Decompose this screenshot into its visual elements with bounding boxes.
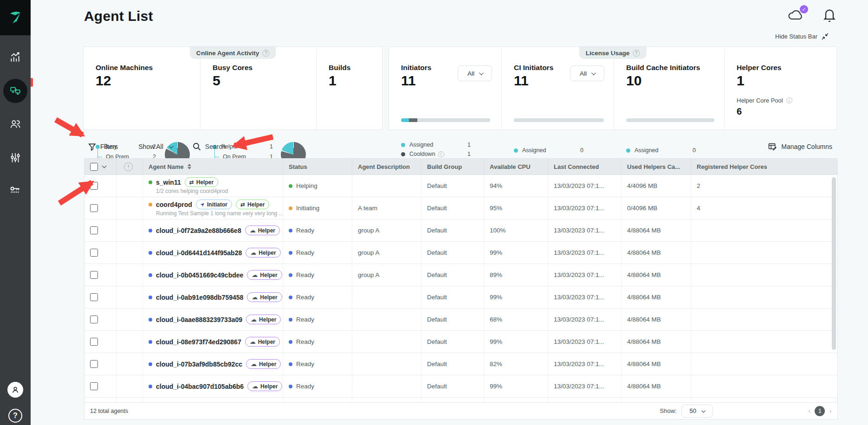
- helper-core-pool-value: 6: [737, 106, 742, 117]
- agent-badge-cloud_helper: ☁Helper: [245, 225, 280, 235]
- cloud-status-button[interactable]: ✓: [787, 7, 805, 24]
- show-all-dropdown[interactable]: Show All: [138, 143, 172, 150]
- online-machines-section: Online Machines 12 Busy2 On Prem2 Cloudi…: [84, 47, 201, 129]
- row-checkbox[interactable]: [90, 182, 98, 190]
- select-all-checkbox[interactable]: [90, 163, 98, 171]
- table-row-coord4prod[interactable]: coord4prod➤Initiator⇄HelperRunning Test …: [84, 197, 837, 219]
- agent-name[interactable]: cloud_i-0aae8883239733a09: [156, 316, 242, 323]
- sidebar-item-users[interactable]: [0, 111, 31, 137]
- bar-segment-dark: [409, 118, 417, 122]
- header-agent-name[interactable]: Agent Name: [143, 159, 283, 174]
- agent-status-dot: [149, 362, 152, 366]
- hide-status-bar-label: Hide Status Bar: [775, 33, 817, 40]
- table-row-cloud_i-08e973f74ed290867[interactable]: cloud_i-08e973f74ed290867☁HelperReadyDef…: [84, 331, 837, 353]
- sidebar-item-license[interactable]: [0, 177, 31, 203]
- table-row-cloud_i-0ab91e098db759458[interactable]: cloud_i-0ab91e098db759458☁HelperReadyDef…: [84, 286, 837, 309]
- section-title: Online Machines: [96, 64, 153, 72]
- row-checkbox[interactable]: [90, 271, 98, 279]
- cell-available-cpu: 68%: [484, 309, 548, 330]
- initiators-filter-dropdown[interactable]: All: [458, 65, 492, 81]
- row-checkbox[interactable]: [90, 316, 98, 323]
- cell-agent-name: coord4prod➤Initiator⇄HelperRunning Test …: [143, 197, 283, 219]
- cloud_helper-icon: ☁: [251, 316, 257, 322]
- agent-name[interactable]: cloud_i-08e973f74ed290867: [156, 338, 241, 346]
- busy-cores-section: Busy Cores 5 Helper1 On Prem1 Cloudi0 In…: [201, 47, 317, 129]
- cell-alert: [117, 242, 143, 264]
- page-size-dropdown[interactable]: 50: [681, 405, 713, 418]
- cell-checkbox: [84, 264, 117, 286]
- sidebar-item-profile[interactable]: [0, 377, 31, 403]
- header-agent-description[interactable]: Agent Description: [352, 159, 421, 174]
- section-value: 1: [737, 73, 745, 89]
- row-checkbox[interactable]: [90, 360, 98, 368]
- table-row-cloud_i-0f72a9a2e88b666e8[interactable]: cloud_i-0f72a9a2e88b666e8☁HelperReadygro…: [84, 219, 837, 242]
- cell-alert: [117, 264, 143, 286]
- agent-name[interactable]: cloud_i-0ab91e098db759458: [156, 294, 243, 301]
- table-row-cloud_i-07b3af9db85cb92cc[interactable]: cloud_i-07b3af9db85cb92cc☁HelperReadyDef…: [84, 353, 837, 375]
- agent-status-dot: [149, 180, 152, 184]
- ci-initiators-filter-dropdown[interactable]: All: [570, 65, 604, 81]
- sidebar-item-agents[interactable]: [0, 78, 31, 104]
- sidebar-item-settings[interactable]: [0, 145, 31, 171]
- agent-name[interactable]: s_win11: [156, 179, 181, 186]
- table-vertical-scrollbar[interactable]: [832, 177, 836, 350]
- hide-status-bar-button[interactable]: Hide Status Bar: [775, 32, 829, 40]
- cloud_helper-icon: ☁: [252, 272, 258, 278]
- row-checkbox[interactable]: [90, 293, 98, 301]
- row-checkbox[interactable]: [90, 249, 98, 257]
- table-row-cloud_i-0b0451669c49cbdee[interactable]: cloud_i-0b0451669c49cbdee☁HelperReadygro…: [84, 264, 837, 286]
- agent-table: ! Agent Name Status Agent Description Bu…: [84, 158, 838, 419]
- table-row-cloud_i-0d6441d144f95ab28[interactable]: cloud_i-0d6441d144f95ab28☁HelperReadygro…: [84, 242, 837, 264]
- sort-icon[interactable]: [188, 164, 191, 169]
- notifications-button[interactable]: [823, 7, 836, 24]
- table-row-s_win11[interactable]: s_win11⇄Helper1/2 cores helping coord4pr…: [84, 175, 837, 197]
- filters-button[interactable]: Filters: [88, 143, 118, 151]
- header-used-helpers[interactable]: Used Helpers Ca...: [622, 159, 691, 174]
- cell-used-helpers: 4/88064 MB: [622, 331, 691, 353]
- cloud-check-badge: ✓: [800, 5, 808, 13]
- header-status[interactable]: Status: [283, 159, 352, 174]
- status-label: Ready: [296, 271, 314, 278]
- section-value: 11: [401, 73, 416, 89]
- agent-name[interactable]: cloud_i-0f72a9a2e88b666e8: [156, 227, 241, 234]
- sliders-icon: [9, 152, 21, 164]
- cell-last-connected: 13/03/2023 07:1...: [548, 286, 622, 308]
- agent-name[interactable]: cloud_i-07b3af9db85cb92cc: [156, 361, 242, 368]
- row-checkbox[interactable]: [90, 382, 98, 390]
- header-available-cpu[interactable]: Available CPU: [484, 159, 548, 174]
- initiator-icon: ➤: [199, 201, 206, 207]
- status-dot: [289, 318, 292, 322]
- agent-name[interactable]: cloud_i-0b0451669c49cbdee: [156, 271, 243, 279]
- cell-agent-name: cloud_i-04bac907d105ab6b6☁Helper: [143, 375, 283, 397]
- row-checkbox[interactable]: [90, 204, 98, 212]
- cell-last-connected: 13/03/2023 07:1...: [548, 375, 622, 397]
- cell-build-group: Default: [421, 242, 484, 264]
- cell-available-cpu: 99%: [484, 331, 548, 353]
- agent-name[interactable]: cloud_i-0d6441d144f95ab28: [156, 249, 242, 257]
- agent-badge-cloud_helper: ☁Helper: [246, 315, 281, 324]
- initiators-section: Initiators 11 All Assigned1 Cooldowni1 A…: [389, 47, 502, 129]
- prev-page-button[interactable]: ‹: [808, 407, 811, 415]
- next-page-button[interactable]: ›: [829, 407, 832, 415]
- header-registered-helper-cores[interactable]: Registered Helper Cores: [691, 159, 836, 174]
- sidebar-item-help[interactable]: ?: [0, 403, 31, 425]
- select-menu-chevron-icon[interactable]: [102, 164, 107, 168]
- row-checkbox[interactable]: [90, 226, 98, 234]
- cell-available-cpu: 99%: [484, 286, 548, 308]
- cell-status: Ready: [283, 353, 352, 375]
- manage-columns-icon: [768, 143, 777, 151]
- agent-name[interactable]: coord4prod: [156, 201, 192, 208]
- chevron-down-icon: [591, 71, 596, 75]
- agent-name[interactable]: cloud_i-04bac907d105ab6b6: [156, 383, 244, 390]
- table-row-cloud_i-0aae8883239733a09[interactable]: cloud_i-0aae8883239733a09☁HelperReadyDef…: [84, 309, 837, 331]
- row-checkbox[interactable]: [90, 338, 98, 346]
- status-label: Ready: [296, 338, 314, 345]
- header-last-connected[interactable]: Last Connected: [548, 159, 622, 174]
- manage-columns-button[interactable]: Manage Columns: [768, 143, 832, 151]
- sidebar-item-analytics[interactable]: [0, 44, 31, 70]
- app-logo[interactable]: [0, 0, 31, 35]
- cell-last-connected: 13/03/2023 07:1...: [548, 353, 622, 375]
- search-button[interactable]: Search: [193, 142, 226, 151]
- table-row-cloud_i-04bac907d105ab6b6[interactable]: cloud_i-04bac907d105ab6b6☁HelperReadyDef…: [84, 375, 837, 398]
- header-build-group[interactable]: Build Group: [421, 159, 484, 174]
